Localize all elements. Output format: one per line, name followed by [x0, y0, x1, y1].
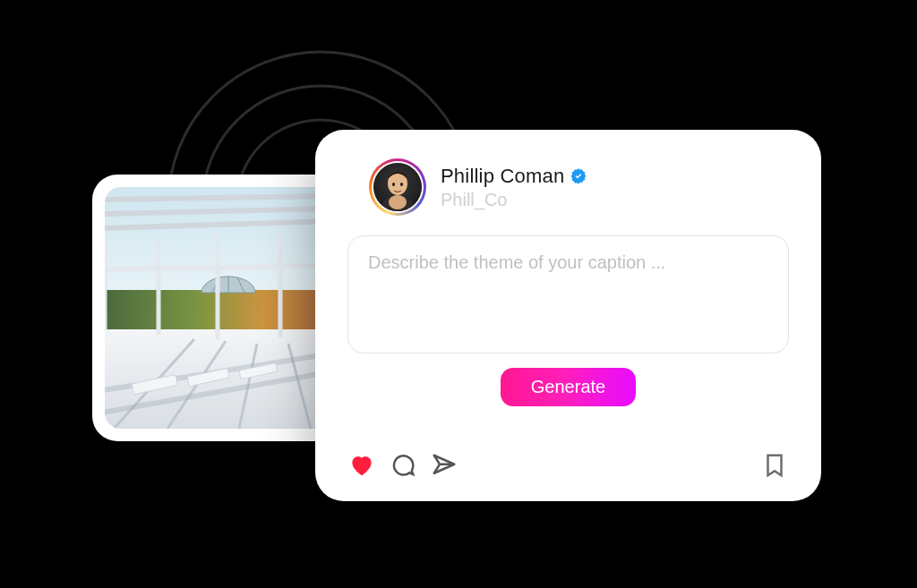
- comment-icon[interactable]: [389, 451, 417, 480]
- display-name: Phillip Coman: [441, 165, 564, 188]
- svg-point-29: [392, 183, 395, 186]
- generate-button[interactable]: Generate: [501, 368, 636, 406]
- user-handle: Phill_Co: [441, 190, 587, 210]
- heart-icon[interactable]: [347, 451, 376, 480]
- attached-photo-card: [92, 175, 343, 441]
- svg-point-30: [400, 183, 403, 186]
- caption-input[interactable]: [347, 235, 789, 354]
- post-composer-card: Phillip Coman Phill_Co Generate: [315, 130, 821, 501]
- avatar[interactable]: [373, 163, 422, 211]
- verified-badge-icon: [570, 167, 587, 185]
- svg-point-27: [389, 195, 407, 209]
- share-icon[interactable]: [430, 451, 458, 480]
- bookmark-icon[interactable]: [760, 451, 789, 480]
- attached-photo: [105, 187, 330, 429]
- svg-line-7: [105, 196, 330, 200]
- avatar-story-ring[interactable]: [369, 158, 426, 216]
- post-action-bar: [347, 442, 789, 480]
- post-header: Phillip Coman Phill_Co: [369, 158, 789, 216]
